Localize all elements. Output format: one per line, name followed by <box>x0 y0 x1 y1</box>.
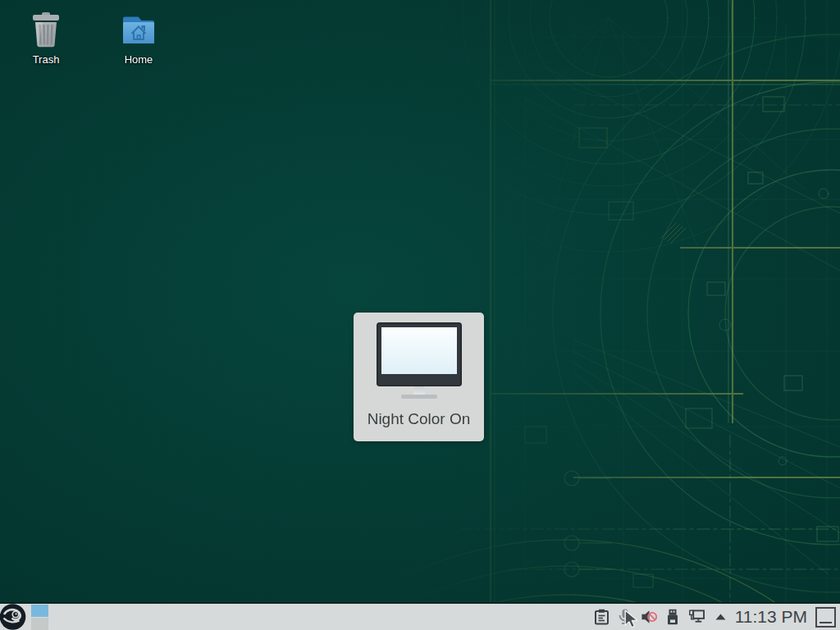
system-tray <box>594 609 728 625</box>
clipboard-tray-button[interactable] <box>594 609 609 625</box>
chevron-up-icon <box>715 614 726 620</box>
night-color-osd: Night Color On <box>354 313 484 441</box>
opensuse-geeko-icon <box>0 604 27 630</box>
microphone-tray-button[interactable] <box>618 609 633 625</box>
microphone-icon <box>618 609 632 625</box>
trash-icon <box>26 10 66 49</box>
pager-desktop-2[interactable] <box>31 618 48 630</box>
monitor-icon <box>377 322 462 403</box>
desktop-icon-home[interactable]: Home <box>107 10 170 66</box>
usb-device-icon <box>665 609 680 625</box>
home-folder-icon <box>119 10 158 49</box>
network-wired-icon <box>689 609 705 624</box>
desktop[interactable]: Trash Home <box>0 0 840 630</box>
application-launcher-button[interactable] <box>0 604 27 630</box>
clipboard-icon <box>594 609 609 625</box>
desktop-icon-trash[interactable]: Trash <box>15 10 77 66</box>
desktop-icon-label: Home <box>125 54 153 66</box>
desktop-icon-label: Trash <box>33 54 60 66</box>
volume-muted-icon <box>641 609 657 625</box>
expand-tray-button[interactable] <box>713 609 728 625</box>
pager-desktop-1[interactable] <box>31 605 48 617</box>
digital-clock[interactable]: 11:13 PM <box>735 607 807 627</box>
taskbar-panel: 11:13 PM <box>0 602 840 630</box>
device-notifier-tray-button[interactable] <box>665 609 681 625</box>
network-tray-button[interactable] <box>689 609 705 625</box>
virtual-desktop-pager <box>31 605 48 630</box>
show-desktop-button[interactable] <box>815 607 836 628</box>
osd-label: Night Color On <box>368 410 471 428</box>
volume-tray-button[interactable] <box>641 609 657 625</box>
